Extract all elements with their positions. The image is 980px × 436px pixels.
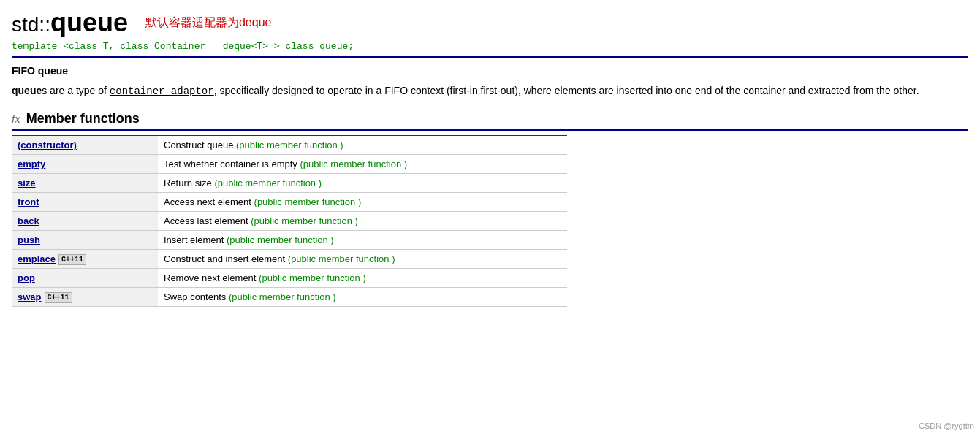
function-name-link[interactable]: pop: [18, 272, 35, 283]
member-functions-header: fx Member functions: [12, 111, 968, 131]
function-type-label: (public member function ): [214, 177, 322, 188]
table-row: sizeReturn size (public member function …: [12, 174, 567, 193]
function-type-label: (public member function ): [229, 291, 336, 302]
function-name-link[interactable]: size: [18, 177, 36, 188]
function-description-cell: Return size (public member function ): [158, 174, 567, 193]
function-type-label: (public member function ): [227, 234, 334, 245]
table-row: emplaceC++11Construct and insert element…: [12, 250, 567, 269]
function-description-cell: Access last element (public member funct…: [158, 212, 567, 231]
fx-icon: fx: [12, 112, 20, 125]
function-description-cell: Access next element (public member funct…: [158, 193, 567, 212]
description-bold-word: queue: [12, 85, 42, 96]
title-row: std::queue 默认容器适配器为deque: [12, 7, 968, 38]
function-description-cell: Construct queue (public member function …: [158, 136, 567, 155]
function-description-cell: Remove next element (public member funct…: [158, 269, 567, 288]
function-name-cell[interactable]: emplaceC++11: [12, 250, 158, 269]
cpp11-badge: C++11: [45, 292, 72, 303]
function-description-cell: Swap contents (public member function ): [158, 288, 567, 307]
template-declaration: template <class T, class Container = deq…: [12, 41, 968, 58]
table-row: (constructor)Construct queue (public mem…: [12, 136, 567, 155]
table-row: emptyTest whether container is empty (pu…: [12, 155, 567, 174]
function-description-cell: Insert element (public member function ): [158, 231, 567, 250]
container-adaptor-link[interactable]: container adaptor: [110, 85, 214, 97]
function-type-label: (public member function ): [300, 158, 407, 169]
table-row: popRemove next element (public member fu…: [12, 269, 567, 288]
title-word: queue: [50, 7, 128, 37]
page-title: std::queue: [12, 7, 128, 38]
fifo-title: FIFO queue: [12, 65, 968, 77]
function-name-cell[interactable]: front: [12, 193, 158, 212]
table-row: frontAccess next element (public member …: [12, 193, 567, 212]
function-name-link[interactable]: swap: [18, 291, 42, 302]
function-description-cell: Construct and insert element (public mem…: [158, 250, 567, 269]
table-row: swapC++11Swap contents (public member fu…: [12, 288, 567, 307]
description-text-1: s are a type of: [42, 85, 110, 96]
cpp11-badge: C++11: [58, 254, 86, 265]
function-name-link[interactable]: (constructor): [18, 139, 77, 150]
subtitle: 默认容器适配器为deque: [145, 15, 272, 31]
function-name-cell[interactable]: empty: [12, 155, 158, 174]
function-type-label: (public member function ): [288, 253, 395, 264]
function-name-link[interactable]: back: [18, 215, 39, 226]
function-type-label: (public member function ): [251, 215, 358, 226]
function-name-cell[interactable]: pop: [12, 269, 158, 288]
function-type-label: (public member function ): [236, 139, 343, 150]
function-name-cell[interactable]: swapC++11: [12, 288, 158, 307]
member-functions-title: Member functions: [26, 111, 140, 126]
std-prefix: std::: [12, 13, 50, 36]
member-functions-table: (constructor)Construct queue (public mem…: [12, 135, 567, 307]
function-type-label: (public member function ): [259, 272, 366, 283]
function-name-cell[interactable]: push: [12, 231, 158, 250]
function-description-cell: Test whether container is empty (public …: [158, 155, 567, 174]
table-row: backAccess last element (public member f…: [12, 212, 567, 231]
function-type-label: (public member function ): [254, 196, 362, 207]
description-text-2: , specifically designed to operate in a …: [214, 85, 919, 96]
function-name-link[interactable]: push: [18, 234, 40, 245]
table-row: pushInsert element (public member functi…: [12, 231, 567, 250]
description: queues are a type of container adaptor, …: [12, 83, 968, 99]
function-name-cell[interactable]: (constructor): [12, 136, 158, 155]
function-name-cell[interactable]: size: [12, 174, 158, 193]
function-name-cell[interactable]: back: [12, 212, 158, 231]
function-name-link[interactable]: empty: [18, 158, 45, 169]
function-name-link[interactable]: emplace: [18, 253, 56, 264]
function-name-link[interactable]: front: [18, 196, 39, 207]
